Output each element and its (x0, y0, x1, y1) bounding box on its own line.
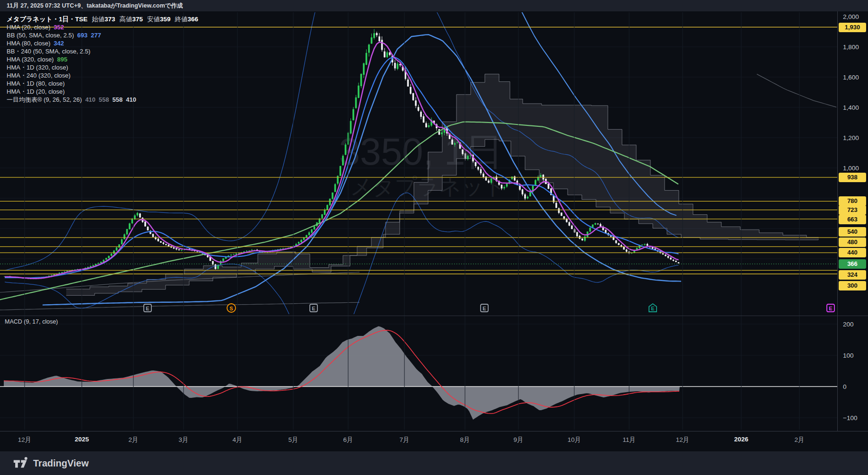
candle-body (475, 162, 477, 166)
indicator-label[interactable]: BB・240 (50, SMA, close, 2.5) (7, 48, 90, 55)
candle-body (503, 187, 505, 188)
candle-body (615, 240, 617, 243)
event-marker-e[interactable]: E (827, 304, 834, 312)
price-axis[interactable]: 2,0001,8001,6001,4001,2001,0001,93093878… (837, 11, 868, 431)
indicator-legend-row[interactable]: BB・240 (50, SMA, close, 2.5) (7, 47, 198, 55)
candle-body (326, 205, 328, 210)
candle-body (376, 33, 378, 35)
candle-body (196, 251, 198, 252)
candle-body (561, 212, 562, 216)
candle-body (123, 234, 125, 239)
time-axis[interactable]: 12月20252月3月4月5月6月7月8月9月10月11月12月20262月 (0, 431, 868, 451)
event-marker-e[interactable]: E (144, 304, 151, 312)
indicator-legend-row[interactable]: HMA・1D (320, close) (7, 63, 198, 71)
candle-body (373, 33, 375, 38)
tradingview-logo-icon[interactable] (12, 456, 28, 471)
candle-body (480, 169, 482, 174)
event-marker-letter: E (312, 306, 315, 311)
candle-body (626, 250, 628, 252)
candle-body (535, 180, 536, 185)
indicator-label[interactable]: HMA・1D (320, close) (7, 64, 68, 71)
indicator-legend-row[interactable]: HMA (80, close)342 (7, 39, 198, 47)
macd-tick-label: 200 (843, 321, 854, 328)
indicator-legend-row[interactable]: HMA・1D (80, close) (7, 79, 198, 88)
ohlc-label: 安値 (147, 16, 160, 23)
indicator-legend-row[interactable]: 一目均衡表® (9, 26, 52, 26)410558558410 (7, 96, 198, 104)
candle-body (298, 242, 300, 244)
event-marker-e[interactable]: E (310, 304, 317, 312)
indicator-legend-row[interactable]: HMA・1D (20, close) (7, 88, 198, 96)
candle-body (420, 112, 422, 117)
indicator-label[interactable]: HMA (20, close) (7, 24, 50, 31)
indicator-label[interactable]: HMA・1D (20, close) (7, 88, 65, 95)
candle-body (118, 245, 120, 248)
candle-body (647, 244, 649, 246)
indicator-legend-row[interactable]: HMA (20, close)352 (7, 23, 198, 31)
indicator-value: 558 (113, 96, 123, 103)
candle-body (163, 243, 165, 244)
candle-body (527, 197, 529, 199)
candle-body (467, 156, 469, 159)
candle-body (168, 245, 170, 246)
macd-tick-label: 100 (843, 352, 854, 359)
event-marker-e[interactable]: E (481, 304, 488, 312)
indicator-legend-row[interactable]: BB (50, SMA, close, 2.5)693277 (7, 31, 198, 39)
price-level-badge: 540 (839, 227, 866, 237)
candle-body (482, 174, 484, 177)
candle-body (158, 239, 159, 241)
ohlc-value: 373 (105, 16, 115, 23)
candle-body (134, 215, 136, 219)
pane-separator[interactable] (0, 316, 868, 316)
candle-body (97, 263, 99, 264)
indicator-label[interactable]: HMA (80, close) (7, 40, 50, 47)
indicator-label[interactable]: HMA (320, close) (7, 56, 54, 63)
indicator-label[interactable]: BB (50, SMA, close, 2.5) (7, 32, 74, 39)
indicator-legend-row[interactable]: HMA (320, close)895 (7, 55, 198, 63)
candle-body (306, 235, 307, 238)
candle-body (618, 243, 620, 245)
month-axis-label: 10月 (568, 436, 581, 444)
symbol-title[interactable]: メタプラネット・1日・TSE (7, 16, 88, 23)
indicator-label[interactable]: HMA・1D (80, close) (7, 80, 65, 87)
candle-body (181, 250, 183, 251)
candle-body (340, 166, 342, 176)
candle-body (566, 219, 568, 222)
candle-body (311, 229, 313, 233)
candle-body (345, 145, 347, 155)
indicator-label[interactable]: 一目均衡表® (9, 26, 52, 26) (7, 96, 82, 103)
candle-body (337, 176, 339, 184)
event-marker-e[interactable]: E (649, 304, 657, 312)
candle-body (246, 251, 248, 251)
candle-body (378, 36, 380, 41)
candle-body (522, 189, 524, 194)
candle-body (308, 232, 310, 235)
macd-indicator-label[interactable]: MACD (9, 17, close) (5, 318, 58, 325)
candle-body (300, 240, 302, 242)
price-level-badge: 1,930 (839, 23, 866, 32)
month-axis-label: 3月 (178, 436, 188, 444)
symbol-legend-row[interactable]: メタプラネット・1日・TSE始値373高値375安値359終値366 (7, 15, 198, 23)
tradingview-logo-text[interactable]: TradingView (33, 458, 88, 469)
candle-body (66, 271, 68, 272)
candle-body (597, 224, 599, 224)
macd-pane[interactable] (0, 324, 837, 420)
candle-body (352, 109, 354, 120)
indicator-value: 558 (99, 96, 109, 103)
candle-body (175, 248, 177, 249)
indicator-legend-row[interactable]: HMA・240 (320, close) (7, 71, 198, 79)
candle-body (540, 175, 542, 177)
candle-body (605, 230, 607, 233)
tradingview-chart-page: 11月 27, 2025 07:32 UTC+9、takatabaがTradin… (0, 0, 868, 475)
indicator-legend[interactable]: メタプラネット・1日・TSE始値373高値375安値359終値366HMA (2… (7, 15, 198, 104)
candle-body (144, 221, 146, 226)
indicator-label[interactable]: HMA・240 (320, close) (7, 72, 70, 79)
candle-body (675, 261, 677, 262)
candle-body (222, 258, 224, 261)
month-axis-label: 7月 (399, 436, 409, 444)
price-level-badge: 723 (839, 205, 866, 215)
event-marker-s[interactable]: S (227, 304, 236, 312)
last-price-badge: 366 (839, 259, 866, 269)
macd-area (4, 326, 680, 420)
candle-body (360, 74, 362, 86)
ohlc-value: 375 (132, 16, 143, 23)
